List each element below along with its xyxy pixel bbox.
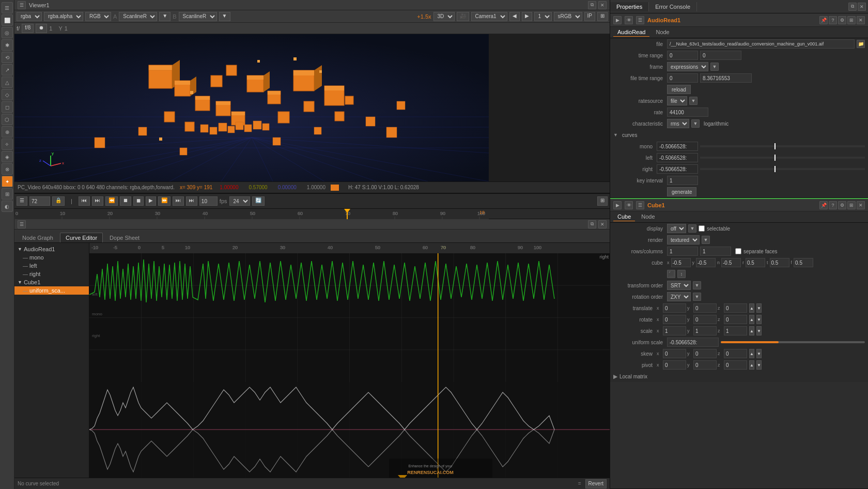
- bottom-menu-btn[interactable]: ☰: [18, 220, 26, 228]
- lock-btn[interactable]: 🔒: [52, 196, 65, 206]
- rotate-y[interactable]: [693, 315, 717, 324]
- tool-diamond[interactable]: ◇: [2, 89, 13, 100]
- file-time-end[interactable]: [700, 73, 752, 83]
- play-last-btn[interactable]: ⏭: [186, 196, 197, 206]
- curve-upper[interactable]: mono left right right: [89, 253, 610, 382]
- uniform-scale-input[interactable]: [667, 338, 719, 347]
- rotate-arrow-up[interactable]: ▲: [749, 315, 754, 324]
- node-tab-ar[interactable]: Node: [652, 28, 673, 37]
- separate-faces-checkbox[interactable]: [735, 248, 741, 254]
- viewer-3d-canvas[interactable]: x y z: [14, 34, 489, 181]
- node-tab-cube[interactable]: Node: [637, 212, 659, 221]
- curves-fold-arrow[interactable]: ▼: [613, 132, 618, 137]
- skew-y[interactable]: [693, 349, 717, 358]
- viewer-extra-btn[interactable]: ⊞: [597, 12, 608, 21]
- cube-settings-btn[interactable]: ⚙: [838, 201, 846, 209]
- ratesource-menu-btn[interactable]: ▼: [689, 97, 698, 105]
- ar-settings-btn[interactable]: ⚙: [838, 16, 846, 24]
- viewer-menu-btn[interactable]: ☰: [18, 1, 26, 9]
- tool-grid[interactable]: ◈: [2, 151, 13, 162]
- reload-btn[interactable]: reload: [667, 85, 691, 94]
- rec-btn[interactable]: ⏺: [36, 24, 47, 33]
- right-curve-bar[interactable]: [700, 168, 865, 170]
- ar-close-btn[interactable]: ✕: [857, 16, 865, 24]
- right-curve-input[interactable]: [657, 164, 698, 174]
- cols-input[interactable]: [700, 247, 731, 256]
- fps-select[interactable]: 24: [229, 196, 250, 206]
- transform-order-menu[interactable]: ▼: [693, 281, 701, 289]
- skew-arrow-up[interactable]: ▲: [749, 349, 754, 358]
- tree-item-uniform-scale[interactable]: — uniform_sca...: [14, 286, 89, 295]
- pivot-y[interactable]: [693, 360, 717, 370]
- translate-z[interactable]: [724, 303, 747, 313]
- cube-close-btn[interactable]: ✕: [857, 201, 865, 209]
- tab-curve-editor[interactable]: Curve Editor: [60, 233, 103, 242]
- viewer-close-btn[interactable]: ✕: [598, 1, 607, 9]
- display-mode-select[interactable]: RGB: [85, 12, 111, 21]
- tab-node-graph[interactable]: Node Graph: [17, 233, 59, 242]
- properties-tab[interactable]: Properties: [610, 2, 649, 11]
- cube-x-input[interactable]: [671, 258, 691, 267]
- audioread-tab[interactable]: AudioRead: [613, 28, 649, 37]
- scale-arrow-down[interactable]: ▼: [756, 326, 762, 335]
- ar-watch-btn[interactable]: 👁: [625, 16, 633, 24]
- ar-expand-btn[interactable]: ▶: [613, 16, 622, 24]
- transform-order-select[interactable]: SRT: [667, 281, 691, 290]
- ar-menu-btn[interactable]: ☰: [636, 16, 644, 24]
- cube-y-input[interactable]: [696, 258, 716, 267]
- skew-arrow-down[interactable]: ▼: [756, 349, 762, 358]
- view-mode-select[interactable]: 3D: [433, 12, 455, 21]
- play-prev-btn[interactable]: ⏪: [105, 196, 118, 206]
- tool-circle[interactable]: ◎: [2, 27, 13, 38]
- file-browse-btn[interactable]: 📁: [857, 40, 865, 48]
- tool-plus[interactable]: ⊕: [2, 126, 13, 137]
- rotate-arrow-down[interactable]: ▼: [756, 315, 762, 324]
- frame-step-input[interactable]: [199, 196, 218, 206]
- tree-item-audioread1[interactable]: ▼ AudioRead1: [14, 245, 89, 253]
- mono-curve-input[interactable]: [657, 142, 698, 151]
- cube-menu-btn[interactable]: ☰: [636, 201, 644, 209]
- generate-btn[interactable]: generate: [667, 187, 696, 196]
- tool-square[interactable]: ◻: [2, 101, 13, 113]
- tab-dope-sheet[interactable]: Dope Sheet: [104, 233, 145, 242]
- tree-item-left[interactable]: — left: [14, 262, 89, 270]
- char-menu-btn[interactable]: ▼: [691, 119, 700, 128]
- props-close-btn[interactable]: ✕: [858, 3, 866, 11]
- mono-curve-bar[interactable]: [700, 145, 865, 147]
- rows-input[interactable]: [667, 247, 698, 256]
- cube-expand-btn[interactable]: ▶: [613, 201, 622, 209]
- camera-select[interactable]: Camera1: [471, 12, 507, 21]
- color-space-select[interactable]: rgba: [17, 12, 42, 21]
- play-next-btn[interactable]: ⏩: [158, 196, 171, 206]
- viewer-icon-2[interactable]: ▶: [522, 12, 532, 21]
- play-btn[interactable]: ▶: [146, 196, 156, 206]
- tool-menu[interactable]: ☰: [2, 2, 13, 13]
- loop-btn[interactable]: 🔄: [252, 196, 265, 206]
- file-input[interactable]: [667, 39, 855, 49]
- cube-f-input[interactable]: [794, 258, 813, 267]
- stop-btn[interactable]: ⏹: [120, 196, 131, 206]
- left-curve-bar[interactable]: [700, 157, 865, 159]
- translate-arrow-down[interactable]: ▼: [756, 303, 762, 313]
- ip-btn[interactable]: IP: [584, 12, 595, 21]
- left-curve-input[interactable]: [657, 153, 698, 162]
- pivot-arrow-up[interactable]: ▲: [749, 360, 754, 370]
- viewer-float-btn[interactable]: ⧉: [588, 1, 596, 9]
- bottom-close-btn[interactable]: ✕: [598, 220, 607, 228]
- time-range-end[interactable]: [700, 51, 741, 60]
- tool-box[interactable]: ⊞: [2, 188, 13, 200]
- ar-copy-btn[interactable]: ⊞: [847, 16, 856, 24]
- scale-z[interactable]: [724, 326, 747, 335]
- pivot-x[interactable]: [663, 360, 686, 370]
- selectable-checkbox[interactable]: [699, 225, 705, 232]
- play-first-btn[interactable]: ⏮: [79, 196, 90, 206]
- pivot-arrow-down[interactable]: ▼: [756, 360, 762, 370]
- tree-item-right[interactable]: — right: [14, 270, 89, 278]
- key-interval-input[interactable]: [667, 176, 698, 185]
- viewer-icon-1[interactable]: ◀: [509, 12, 520, 21]
- render-select[interactable]: textured: [667, 235, 700, 244]
- tool-cross[interactable]: ⊗: [2, 163, 13, 175]
- tool-select[interactable]: ⬜: [2, 14, 13, 26]
- tool-star2[interactable]: ⟡: [2, 139, 13, 150]
- frame-select[interactable]: 1: [534, 12, 552, 21]
